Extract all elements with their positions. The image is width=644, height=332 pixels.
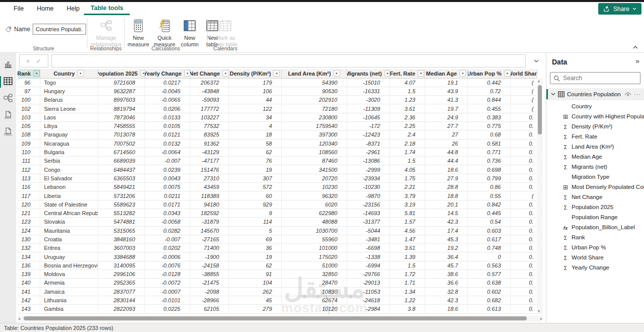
cell-rank[interactable]: 123 xyxy=(18,218,40,226)
cell-population-2025[interactable]: 6484437 xyxy=(98,165,144,174)
cell-rank[interactable]: 121 xyxy=(18,209,40,217)
cell-urban-pop[interactable]: 0.844 xyxy=(467,96,510,104)
cell-urban-pop[interactable]: 0.54 xyxy=(467,218,510,226)
cell-urban-pop[interactable]: 0.383 xyxy=(467,113,510,121)
mark-as-date-table-button[interactable]: Mark as date table xyxy=(209,18,242,48)
cell-median-age[interactable]: 45.3 xyxy=(425,235,467,243)
column-filter-dropdown[interactable] xyxy=(140,70,144,77)
cell-migrants[interactable]: -2984 xyxy=(347,305,389,313)
cell-migrants[interactable]: -29766 xyxy=(347,270,389,279)
cell-land-area[interactable]: 397300 xyxy=(281,130,347,139)
column-filter-dropdown[interactable] xyxy=(33,70,40,77)
cell-population-2025[interactable]: 7458555 xyxy=(98,121,144,130)
cell-net-change[interactable]: -28966 xyxy=(190,296,228,304)
cell-population-2025[interactable]: 9721608 xyxy=(98,78,144,87)
cell-world-share[interactable]: 0. xyxy=(510,296,537,304)
cell-net-change[interactable]: 71400 xyxy=(190,244,228,252)
cell-rank[interactable]: 112 xyxy=(18,165,40,174)
cell-population-2025[interactable]: 3848160 xyxy=(98,235,144,243)
cell-urban-pop[interactable]: 0.682 xyxy=(467,296,510,304)
column-header[interactable]: Land Area (Km²) xyxy=(281,69,347,78)
cell-urban-pop[interactable]: 0.748 xyxy=(467,244,510,252)
cell-urban-pop[interactable]: 0.775 xyxy=(467,121,510,130)
data-pane-table-item[interactable]: Countries Population 2025 xyxy=(546,88,644,100)
cell-median-age[interactable]: 26 xyxy=(425,139,467,148)
cell-land-area[interactable]: 10830 xyxy=(281,287,347,296)
tmdl-view-button[interactable]: TMDL xyxy=(0,123,16,140)
column-filter-dropdown[interactable] xyxy=(459,70,466,77)
scroll-right-arrow[interactable] xyxy=(540,317,542,321)
cell-country[interactable]: Laos xyxy=(40,113,98,121)
cell-rank[interactable]: 130 xyxy=(18,235,40,243)
cell-net-change[interactable]: -43848 xyxy=(190,87,228,95)
field-item[interactable]: Land Area (Km²) xyxy=(546,142,644,152)
cell-country[interactable]: Serbia xyxy=(40,157,98,165)
cell-urban-pop[interactable]: 0.603 xyxy=(467,226,510,235)
cell-country[interactable]: State of Palestine xyxy=(40,200,98,209)
cell-migrants[interactable]: -29013 xyxy=(347,279,389,287)
cell-net-change[interactable]: -24158 xyxy=(190,261,228,270)
cell-population-2025[interactable]: 6689039 xyxy=(98,157,144,165)
cell-density[interactable]: 58 xyxy=(228,139,281,148)
cell-density[interactable]: 5 xyxy=(228,226,281,235)
cell-rank[interactable]: 96 xyxy=(18,78,40,87)
cell-net-change[interactable]: 77532 xyxy=(190,121,228,130)
cell-land-area[interactable]: 32850 xyxy=(281,270,347,279)
cell-net-change[interactable]: -1900 xyxy=(190,252,228,261)
cell-country[interactable]: Lithuania xyxy=(40,296,98,304)
field-item[interactable]: Country with Highest Population xyxy=(546,111,644,121)
cell-urban-pop[interactable]: 0.736 xyxy=(467,157,510,165)
manage-relationships-button[interactable]: Manage relationships xyxy=(89,18,123,48)
cell-land-area[interactable]: 230800 xyxy=(281,113,347,121)
field-item[interactable]: Migration Type xyxy=(546,172,644,182)
cell-population-2025[interactable]: 6365503 xyxy=(98,174,144,182)
cell-country[interactable]: Gambia xyxy=(40,305,98,313)
cell-world-share[interactable]: 0. xyxy=(510,209,537,217)
cell-urban-pop[interactable]: 0.563 xyxy=(467,261,510,270)
cell-migrants[interactable]: -11309 xyxy=(347,104,389,113)
vertical-scrollbar[interactable] xyxy=(537,78,543,314)
cell-urban-pop[interactable]: 0 xyxy=(467,252,510,261)
cell-world-share[interactable]: 0. xyxy=(510,148,537,156)
scroll-down-arrow[interactable] xyxy=(538,309,540,313)
cell-population-2025[interactable]: 3384688 xyxy=(98,252,144,261)
cell-yearly-change[interactable]: 0.0225 xyxy=(144,305,190,313)
cell-yearly-change[interactable]: 0.0211 xyxy=(144,191,190,200)
table-name-input[interactable] xyxy=(33,24,86,35)
cell-rank[interactable]: 143 xyxy=(18,305,40,313)
cell-yearly-change[interactable]: -0.0101 xyxy=(144,296,190,304)
collapse-pane-icon[interactable] xyxy=(635,57,639,65)
cell-yearly-change[interactable]: -0.0006 xyxy=(144,252,190,261)
cell-density[interactable]: 4 xyxy=(228,121,281,130)
cell-net-change[interactable]: 91362 xyxy=(190,139,228,148)
cell-density[interactable]: 929 xyxy=(228,200,281,209)
cell-land-area[interactable]: 202910 xyxy=(281,96,347,104)
cell-country[interactable]: Togo xyxy=(40,78,98,87)
cell-land-area[interactable]: 72180 xyxy=(281,104,347,113)
cell-world-share[interactable]: ( xyxy=(510,87,537,95)
cell-urban-pop[interactable]: 0.613 xyxy=(467,305,510,313)
cell-fert-rate[interactable]: 4.56 xyxy=(389,226,425,235)
cell-world-share[interactable]: ( xyxy=(510,191,537,200)
field-item[interactable]: Median Age xyxy=(546,152,644,162)
cell-urban-pop[interactable]: 0.72 xyxy=(467,87,510,95)
cell-population-2025[interactable]: 3140095 xyxy=(98,261,144,270)
cell-migrants[interactable]: -23156 xyxy=(347,200,389,209)
column-header[interactable]: Yearly Change xyxy=(144,69,190,78)
cell-world-share[interactable]: 0. xyxy=(510,121,537,130)
cell-population-2025[interactable]: 2996106 xyxy=(98,270,144,279)
cell-migrants[interactable]: -31377 xyxy=(347,218,389,226)
horizontal-scrollbar[interactable] xyxy=(18,315,543,322)
cell-population-2025[interactable]: 8819794 xyxy=(98,104,144,113)
cell-median-age[interactable]: 20.1 xyxy=(425,200,467,209)
cell-population-2025[interactable]: 2822093 xyxy=(98,305,144,313)
cell-median-age[interactable]: 42.3 xyxy=(425,296,467,304)
cell-fert-rate[interactable]: 1.23 xyxy=(389,96,425,104)
cell-median-age[interactable]: 19.2 xyxy=(425,244,467,252)
cell-yearly-change[interactable]: -0.007 xyxy=(144,235,190,243)
cell-fert-rate[interactable]: 2.25 xyxy=(389,121,425,130)
cell-population-2025[interactable]: 5474881 xyxy=(98,218,144,226)
cell-net-change[interactable]: 151476 xyxy=(190,165,228,174)
column-filter-dropdown[interactable] xyxy=(222,70,228,77)
cell-yearly-change[interactable]: -0.0128 xyxy=(144,270,190,279)
